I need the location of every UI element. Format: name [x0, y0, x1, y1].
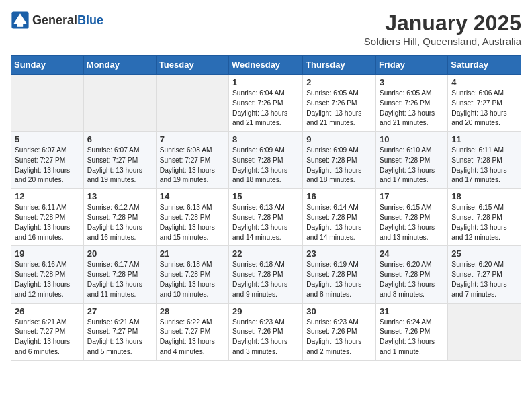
- calendar-cell: 21Sunrise: 6:18 AM Sunset: 7:28 PM Dayli…: [156, 246, 228, 303]
- calendar-cell: 18Sunrise: 6:15 AM Sunset: 7:28 PM Dayli…: [448, 189, 521, 246]
- calendar-cell: 22Sunrise: 6:18 AM Sunset: 7:28 PM Dayli…: [229, 246, 303, 303]
- calendar-cell: 3Sunrise: 6:05 AM Sunset: 7:26 PM Daylig…: [376, 75, 448, 132]
- weekday-row: SundayMondayTuesdayWednesdayThursdayFrid…: [11, 56, 521, 75]
- calendar-cell: 30Sunrise: 6:23 AM Sunset: 7:26 PM Dayli…: [303, 303, 376, 360]
- calendar-cell: 1Sunrise: 6:04 AM Sunset: 7:26 PM Daylig…: [229, 75, 303, 132]
- day-info: Sunrise: 6:09 AM Sunset: 7:28 PM Dayligh…: [232, 146, 299, 185]
- day-info: Sunrise: 6:11 AM Sunset: 7:28 PM Dayligh…: [15, 203, 80, 242]
- day-info: Sunrise: 6:23 AM Sunset: 7:26 PM Dayligh…: [232, 318, 299, 357]
- calendar-cell: [11, 75, 84, 132]
- logo-text: GeneralBlue: [32, 13, 103, 28]
- day-info: Sunrise: 6:11 AM Sunset: 7:28 PM Dayligh…: [451, 146, 517, 185]
- calendar-header: SundayMondayTuesdayWednesdayThursdayFrid…: [11, 56, 521, 75]
- calendar-cell: 6Sunrise: 6:07 AM Sunset: 7:27 PM Daylig…: [83, 132, 156, 189]
- day-number: 22: [232, 248, 299, 259]
- calendar-cell: 24Sunrise: 6:20 AM Sunset: 7:28 PM Dayli…: [376, 246, 448, 303]
- calendar-week-row: 5Sunrise: 6:07 AM Sunset: 7:27 PM Daylig…: [11, 132, 521, 189]
- weekday-header: Monday: [83, 56, 156, 75]
- calendar-cell: 15Sunrise: 6:13 AM Sunset: 7:28 PM Dayli…: [229, 189, 303, 246]
- calendar-cell: 13Sunrise: 6:12 AM Sunset: 7:28 PM Dayli…: [83, 189, 156, 246]
- calendar-cell: [448, 303, 521, 360]
- calendar-cell: 14Sunrise: 6:13 AM Sunset: 7:28 PM Dayli…: [156, 189, 228, 246]
- day-number: 30: [306, 306, 372, 316]
- calendar-cell: 28Sunrise: 6:22 AM Sunset: 7:27 PM Dayli…: [156, 303, 228, 360]
- day-number: 9: [306, 134, 372, 144]
- day-info: Sunrise: 6:19 AM Sunset: 7:28 PM Dayligh…: [306, 260, 372, 300]
- logo-blue: Blue: [77, 13, 103, 27]
- day-number: 11: [451, 134, 517, 144]
- day-info: Sunrise: 6:13 AM Sunset: 7:28 PM Dayligh…: [160, 203, 225, 242]
- month-title: January 2025: [364, 11, 521, 36]
- day-number: 17: [380, 191, 444, 201]
- day-number: 16: [306, 191, 372, 201]
- day-info: Sunrise: 6:23 AM Sunset: 7:26 PM Dayligh…: [306, 318, 372, 357]
- day-number: 24: [380, 248, 444, 259]
- logo-icon: [11, 11, 30, 30]
- day-number: 13: [87, 191, 152, 201]
- weekday-header: Tuesday: [156, 56, 228, 75]
- calendar-week-row: 1Sunrise: 6:04 AM Sunset: 7:26 PM Daylig…: [11, 75, 521, 132]
- calendar-cell: [83, 75, 156, 132]
- svg-rect-2: [17, 24, 23, 27]
- day-number: 12: [15, 191, 80, 201]
- day-number: 1: [232, 77, 299, 87]
- day-info: Sunrise: 6:14 AM Sunset: 7:28 PM Dayligh…: [306, 203, 372, 242]
- location-title: Soldiers Hill, Queensland, Australia: [364, 36, 521, 47]
- day-info: Sunrise: 6:05 AM Sunset: 7:26 PM Dayligh…: [380, 89, 444, 128]
- weekday-header: Saturday: [448, 56, 521, 75]
- calendar-cell: 11Sunrise: 6:11 AM Sunset: 7:28 PM Dayli…: [448, 132, 521, 189]
- day-number: 15: [232, 191, 299, 201]
- day-number: 18: [451, 191, 517, 201]
- day-number: 4: [451, 77, 517, 87]
- day-number: 10: [380, 134, 444, 144]
- day-info: Sunrise: 6:10 AM Sunset: 7:28 PM Dayligh…: [380, 146, 444, 185]
- day-number: 23: [306, 248, 372, 259]
- day-info: Sunrise: 6:06 AM Sunset: 7:27 PM Dayligh…: [451, 89, 517, 128]
- day-info: Sunrise: 6:07 AM Sunset: 7:27 PM Dayligh…: [87, 146, 152, 185]
- calendar-cell: 5Sunrise: 6:07 AM Sunset: 7:27 PM Daylig…: [11, 132, 84, 189]
- day-info: Sunrise: 6:08 AM Sunset: 7:27 PM Dayligh…: [160, 146, 225, 185]
- day-info: Sunrise: 6:24 AM Sunset: 7:26 PM Dayligh…: [380, 318, 444, 357]
- day-number: 26: [15, 306, 80, 316]
- day-number: 31: [380, 306, 444, 316]
- day-number: 8: [232, 134, 299, 144]
- calendar-cell: 2Sunrise: 6:05 AM Sunset: 7:26 PM Daylig…: [303, 75, 376, 132]
- calendar-cell: 8Sunrise: 6:09 AM Sunset: 7:28 PM Daylig…: [229, 132, 303, 189]
- calendar-cell: 17Sunrise: 6:15 AM Sunset: 7:28 PM Dayli…: [376, 189, 448, 246]
- calendar-cell: 4Sunrise: 6:06 AM Sunset: 7:27 PM Daylig…: [448, 75, 521, 132]
- weekday-header: Sunday: [11, 56, 84, 75]
- calendar-cell: 29Sunrise: 6:23 AM Sunset: 7:26 PM Dayli…: [229, 303, 303, 360]
- day-number: 27: [87, 306, 152, 316]
- day-number: 20: [87, 248, 152, 259]
- calendar-table: SundayMondayTuesdayWednesdayThursdayFrid…: [11, 55, 521, 361]
- day-number: 19: [15, 248, 80, 259]
- day-info: Sunrise: 6:15 AM Sunset: 7:28 PM Dayligh…: [451, 203, 517, 242]
- day-info: Sunrise: 6:21 AM Sunset: 7:27 PM Dayligh…: [15, 318, 80, 357]
- calendar-cell: 10Sunrise: 6:10 AM Sunset: 7:28 PM Dayli…: [376, 132, 448, 189]
- page-header: GeneralBlue January 2025 Soldiers Hill, …: [11, 11, 521, 47]
- day-number: 2: [306, 77, 372, 87]
- day-number: 5: [15, 134, 80, 144]
- calendar-body: 1Sunrise: 6:04 AM Sunset: 7:26 PM Daylig…: [11, 75, 521, 361]
- weekday-header: Thursday: [303, 56, 376, 75]
- title-block: January 2025 Soldiers Hill, Queensland, …: [364, 11, 521, 47]
- day-info: Sunrise: 6:12 AM Sunset: 7:28 PM Dayligh…: [87, 203, 152, 242]
- day-number: 29: [232, 306, 299, 316]
- calendar-cell: 23Sunrise: 6:19 AM Sunset: 7:28 PM Dayli…: [303, 246, 376, 303]
- day-number: 14: [160, 191, 225, 201]
- day-number: 6: [87, 134, 152, 144]
- weekday-header: Wednesday: [229, 56, 303, 75]
- calendar-cell: 12Sunrise: 6:11 AM Sunset: 7:28 PM Dayli…: [11, 189, 84, 246]
- weekday-header: Friday: [376, 56, 448, 75]
- calendar-week-row: 19Sunrise: 6:16 AM Sunset: 7:28 PM Dayli…: [11, 246, 521, 303]
- calendar-cell: 31Sunrise: 6:24 AM Sunset: 7:26 PM Dayli…: [376, 303, 448, 360]
- calendar-week-row: 12Sunrise: 6:11 AM Sunset: 7:28 PM Dayli…: [11, 189, 521, 246]
- calendar-cell: 9Sunrise: 6:09 AM Sunset: 7:28 PM Daylig…: [303, 132, 376, 189]
- calendar-cell: [156, 75, 228, 132]
- day-info: Sunrise: 6:21 AM Sunset: 7:27 PM Dayligh…: [87, 318, 152, 357]
- day-info: Sunrise: 6:13 AM Sunset: 7:28 PM Dayligh…: [232, 203, 299, 242]
- calendar-cell: 26Sunrise: 6:21 AM Sunset: 7:27 PM Dayli…: [11, 303, 84, 360]
- day-info: Sunrise: 6:17 AM Sunset: 7:28 PM Dayligh…: [87, 260, 152, 300]
- day-info: Sunrise: 6:22 AM Sunset: 7:27 PM Dayligh…: [160, 318, 225, 357]
- day-info: Sunrise: 6:04 AM Sunset: 7:26 PM Dayligh…: [232, 89, 299, 128]
